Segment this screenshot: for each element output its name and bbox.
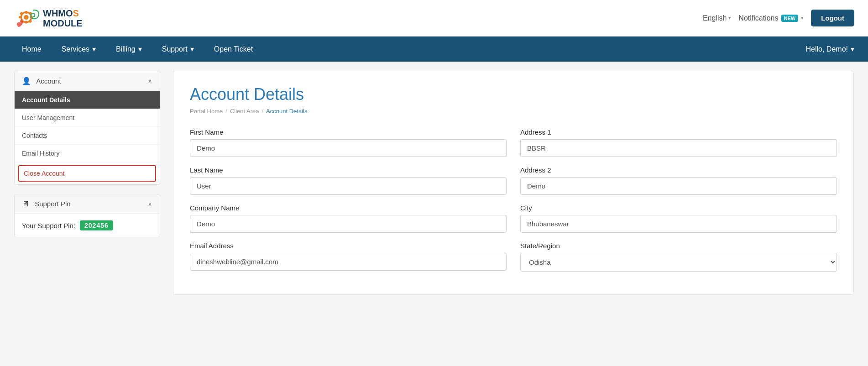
page-title: Account Details	[190, 85, 837, 104]
first-name-input[interactable]	[190, 139, 507, 157]
logo-area: WHMOS MODULE	[14, 5, 83, 31]
account-section-header: 👤 Account ∧	[15, 71, 160, 91]
address2-group: Address 2	[520, 166, 837, 195]
sidebar-item-account-details[interactable]: Account Details	[15, 91, 160, 109]
state-label: State/Region	[520, 242, 837, 250]
svg-rect-7	[29, 20, 32, 23]
breadcrumb-client-area[interactable]: Client Area	[230, 108, 259, 115]
breadcrumb-sep-2: /	[261, 108, 263, 115]
notifications-button[interactable]: Notifications NEW ▾	[738, 14, 804, 22]
email-input[interactable]	[190, 253, 507, 271]
services-chevron-icon: ▾	[92, 45, 96, 53]
nav-billing[interactable]: Billing ▾	[108, 37, 150, 62]
billing-chevron-icon: ▾	[138, 45, 142, 53]
company-name-input[interactable]	[190, 215, 507, 233]
notifications-new-badge: NEW	[781, 15, 799, 22]
top-right-controls: English ▾ Notifications NEW ▾ Logout	[703, 10, 854, 26]
last-name-input[interactable]	[190, 177, 507, 195]
content-area: Account Details Portal Home / Client Are…	[173, 71, 854, 295]
city-group: City	[520, 204, 837, 233]
first-name-label: First Name	[190, 128, 507, 136]
support-chevron-icon: ▾	[190, 45, 194, 53]
address2-input[interactable]	[520, 177, 837, 195]
user-greeting-text: Hello, Demo!	[806, 45, 848, 53]
form-row-4: Email Address State/Region Odisha	[190, 242, 837, 272]
sidebar-item-email-history[interactable]: Email History	[15, 145, 160, 162]
address2-label: Address 2	[520, 166, 837, 174]
support-pin-section-title: Support Pin	[35, 200, 70, 208]
notifications-label: Notifications	[738, 14, 778, 22]
company-name-label: Company Name	[190, 204, 507, 212]
nav-services[interactable]: Services ▾	[53, 37, 104, 62]
support-pin-section-header: 🖥 Support Pin ∧	[15, 194, 160, 214]
nav-support[interactable]: Support ▾	[154, 37, 202, 62]
support-pin-sidebar-section: 🖥 Support Pin ∧ Your Support Pin: 202456	[14, 194, 160, 237]
user-greeting[interactable]: Hello, Demo! ▾	[806, 45, 854, 53]
company-name-group: Company Name	[190, 204, 507, 233]
account-section-chevron-icon: ∧	[148, 78, 152, 84]
user-chevron-icon: ▾	[851, 45, 854, 53]
sidebar-item-user-management[interactable]: User Management	[15, 109, 160, 127]
svg-rect-2	[25, 11, 27, 14]
support-pin-content: Your Support Pin: 202456	[15, 214, 160, 237]
nav-items: Home Services ▾ Billing ▾ Support ▾ Open…	[14, 37, 261, 62]
breadcrumb-current: Account Details	[266, 108, 307, 115]
email-label: Email Address	[190, 242, 507, 250]
address1-label: Address 1	[520, 128, 837, 136]
email-group: Email Address	[190, 242, 507, 272]
address1-input[interactable]	[520, 139, 837, 157]
city-label: City	[520, 204, 837, 212]
support-pin-icon: 🖥	[22, 200, 29, 208]
form-row-2: Last Name Address 2	[190, 166, 837, 195]
main-content: 👤 Account ∧ Account Details User Managem…	[0, 62, 868, 304]
last-name-label: Last Name	[190, 166, 507, 174]
state-select[interactable]: Odisha	[520, 253, 837, 272]
nav-home[interactable]: Home	[14, 37, 50, 62]
language-selector[interactable]: English ▾	[703, 14, 731, 22]
account-icon: 👤	[22, 77, 31, 85]
sidebar-item-contacts[interactable]: Contacts	[15, 127, 160, 145]
logo-icon	[14, 5, 41, 31]
breadcrumb-sep-1: /	[225, 108, 227, 115]
form-row-1: First Name Address 1	[190, 128, 837, 157]
main-nav: Home Services ▾ Billing ▾ Support ▾ Open…	[0, 37, 868, 62]
support-pin-chevron-icon: ∧	[148, 201, 152, 208]
logout-button[interactable]: Logout	[811, 10, 854, 26]
nav-open-ticket[interactable]: Open Ticket	[206, 37, 261, 62]
language-label: English	[703, 14, 727, 22]
svg-point-1	[24, 15, 28, 20]
language-chevron-icon: ▾	[728, 15, 731, 21]
sidebar-item-close-account[interactable]: Close Account	[18, 165, 156, 182]
sidebar: 👤 Account ∧ Account Details User Managem…	[14, 71, 160, 295]
account-section-title: Account	[36, 77, 61, 85]
svg-rect-3	[25, 21, 27, 24]
last-name-group: Last Name	[190, 166, 507, 195]
support-pin-label: Your Support Pin:	[22, 222, 75, 230]
svg-rect-4	[19, 16, 21, 18]
top-header: WHMOS MODULE English ▾ Notifications NEW…	[0, 0, 868, 37]
address1-group: Address 1	[520, 128, 837, 157]
breadcrumb-portal-home[interactable]: Portal Home	[190, 108, 223, 115]
state-group: State/Region Odisha	[520, 242, 837, 272]
support-pin-value: 202456	[80, 220, 113, 230]
account-sidebar-section: 👤 Account ∧ Account Details User Managem…	[14, 71, 160, 185]
first-name-group: First Name	[190, 128, 507, 157]
form-row-3: Company Name City	[190, 204, 837, 233]
breadcrumb: Portal Home / Client Area / Account Deta…	[190, 108, 837, 115]
city-input[interactable]	[520, 215, 837, 233]
notifications-chevron-icon: ▾	[801, 15, 804, 21]
